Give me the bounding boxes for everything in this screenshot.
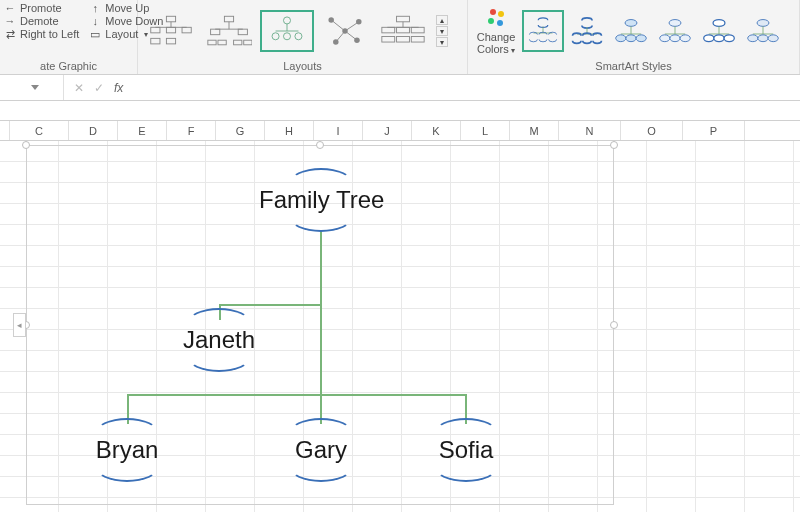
smartart-style-6[interactable] xyxy=(742,10,784,52)
arrow-icon: ← xyxy=(4,2,16,14)
smartart-node-root[interactable]: Family Tree xyxy=(259,186,383,214)
column-header[interactable]: H xyxy=(265,121,314,140)
cancel-formula-button[interactable]: ✕ xyxy=(74,81,84,95)
column-header[interactable]: F xyxy=(167,121,216,140)
svg-rect-8 xyxy=(224,16,233,22)
svg-point-72 xyxy=(768,34,778,41)
svg-point-70 xyxy=(748,34,758,41)
group-label: Layouts xyxy=(138,58,467,74)
svg-point-52 xyxy=(616,34,626,41)
rtl-button[interactable]: ⇄Right to Left xyxy=(4,28,79,40)
formula-input[interactable] xyxy=(133,75,800,100)
column-header[interactable]: P xyxy=(683,121,745,140)
svg-rect-6 xyxy=(151,38,160,44)
column-header[interactable]: M xyxy=(510,121,559,140)
node-arc-icon xyxy=(187,342,251,372)
column-header[interactable]: N xyxy=(559,121,621,140)
svg-point-59 xyxy=(670,34,680,41)
layout-option-4[interactable] xyxy=(318,10,372,52)
svg-point-43 xyxy=(488,18,494,24)
layouts-scroll-down[interactable]: ▾ xyxy=(436,26,448,36)
arrow-icon: → xyxy=(4,15,16,27)
arrow-down-icon: ↓ xyxy=(89,15,101,27)
resize-handle[interactable] xyxy=(316,141,324,149)
change-colors-button[interactable]: Change Colors ▾ xyxy=(472,7,520,55)
smartart-style-2[interactable] xyxy=(566,10,608,52)
svg-point-29 xyxy=(333,39,339,45)
name-box[interactable] xyxy=(0,75,64,100)
smartart-style-3[interactable] xyxy=(610,10,652,52)
column-header[interactable]: G xyxy=(216,121,265,140)
svg-rect-38 xyxy=(382,37,395,43)
column-header[interactable]: E xyxy=(118,121,167,140)
smartart-style-5[interactable] xyxy=(698,10,740,52)
resize-handle[interactable] xyxy=(610,141,618,149)
connector xyxy=(320,230,322,306)
smartart-container[interactable]: ◂ Family Tree Janeth B xyxy=(26,145,614,505)
svg-point-64 xyxy=(704,34,714,41)
svg-point-20 xyxy=(272,33,279,40)
column-header[interactable]: L xyxy=(461,121,510,140)
layout-option-1[interactable] xyxy=(144,10,198,52)
connector xyxy=(127,394,467,396)
connector xyxy=(320,306,322,394)
svg-point-66 xyxy=(724,34,734,41)
layout-option-2[interactable] xyxy=(202,10,256,52)
ribbon-group-smartart-styles: Change Colors ▾ SmartArt Styles xyxy=(468,0,800,74)
smartart-style-1[interactable] xyxy=(522,10,564,52)
smartart-style-4[interactable] xyxy=(654,10,696,52)
column-header[interactable]: I xyxy=(314,121,363,140)
smartart-node-leaf-1[interactable]: Bryan xyxy=(85,436,169,464)
svg-rect-12 xyxy=(238,29,247,35)
resize-handle[interactable] xyxy=(610,321,618,329)
group-label: ate Graphic xyxy=(0,58,137,74)
promote-button[interactable]: ←Promote xyxy=(4,2,79,14)
svg-point-41 xyxy=(490,9,496,15)
node-arc-icon xyxy=(289,452,353,482)
svg-point-31 xyxy=(354,37,360,43)
svg-rect-3 xyxy=(151,27,160,33)
layouts-scroll-up[interactable]: ▴ xyxy=(436,15,448,25)
column-headers: CDEFGHIJKLMNOP xyxy=(0,121,800,141)
svg-rect-13 xyxy=(208,40,216,45)
layout-option-5[interactable] xyxy=(376,10,430,52)
svg-point-27 xyxy=(356,19,362,25)
worksheet[interactable]: CDEFGHIJKLMNOP ◂ Family Tree xyxy=(0,121,800,512)
smartart-node-mid[interactable]: Janeth xyxy=(173,326,265,354)
column-header[interactable]: D xyxy=(69,121,118,140)
column-header[interactable]: J xyxy=(363,121,412,140)
node-arc-icon xyxy=(289,202,353,232)
svg-point-22 xyxy=(295,33,302,40)
svg-point-44 xyxy=(497,20,503,26)
node-arc-icon xyxy=(95,452,159,482)
layout-option-3[interactable] xyxy=(260,10,314,52)
column-header[interactable]: C xyxy=(10,121,69,140)
grid-area[interactable]: ◂ Family Tree Janeth B xyxy=(0,141,800,512)
svg-rect-39 xyxy=(397,37,410,43)
column-header[interactable]: K xyxy=(412,121,461,140)
svg-point-17 xyxy=(283,17,290,24)
svg-point-54 xyxy=(636,34,646,41)
svg-point-60 xyxy=(680,34,690,41)
svg-point-71 xyxy=(758,34,768,41)
accept-formula-button[interactable]: ✓ xyxy=(94,81,104,95)
fx-button[interactable]: fx xyxy=(114,81,123,95)
svg-rect-15 xyxy=(234,40,242,45)
group-label: SmartArt Styles xyxy=(468,58,799,74)
smartart-node-leaf-2[interactable]: Gary xyxy=(283,436,359,464)
svg-rect-5 xyxy=(182,27,191,33)
svg-rect-14 xyxy=(218,40,226,45)
svg-rect-16 xyxy=(244,40,252,45)
svg-rect-11 xyxy=(211,29,220,35)
text-pane-toggle[interactable]: ◂ xyxy=(13,313,26,337)
demote-button[interactable]: →Demote xyxy=(4,15,79,27)
resize-handle[interactable] xyxy=(22,141,30,149)
svg-rect-7 xyxy=(166,38,175,44)
layouts-expand[interactable]: ▾ xyxy=(436,37,448,47)
svg-rect-32 xyxy=(397,16,410,22)
svg-rect-0 xyxy=(166,16,175,22)
smartart-node-leaf-3[interactable]: Sofia xyxy=(431,436,501,464)
connector xyxy=(219,304,322,306)
column-header[interactable]: O xyxy=(621,121,683,140)
svg-rect-36 xyxy=(397,27,410,33)
